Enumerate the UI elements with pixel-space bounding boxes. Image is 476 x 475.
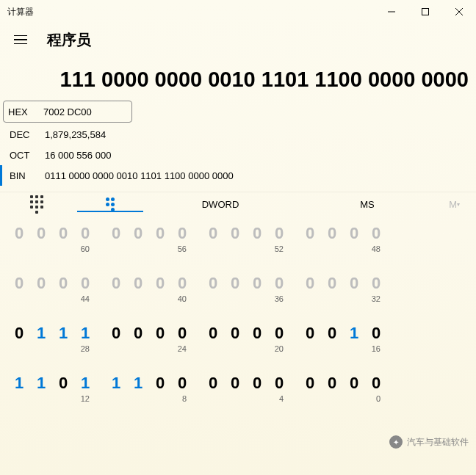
bit-toggle[interactable]: 0: [272, 324, 286, 343]
bit-toggle[interactable]: 0: [131, 324, 145, 343]
bit-toggle[interactable]: 0: [109, 324, 123, 343]
nibble-index-label: 40: [178, 294, 190, 303]
bit-toggle[interactable]: 0: [206, 274, 220, 293]
bit-toggle[interactable]: 0: [303, 324, 317, 343]
maximize-button[interactable]: [408, 0, 442, 23]
bit-toggle[interactable]: 0: [12, 224, 26, 243]
bit-toggle[interactable]: 0: [250, 324, 264, 343]
radix-hex-value: 7002 DC00: [43, 106, 92, 117]
radix-bin[interactable]: BIN 0111 0000 0000 0010 1101 1100 0000 0…: [0, 165, 476, 186]
bit-toggle[interactable]: 0: [272, 274, 286, 293]
nibble-index-label: 16: [372, 344, 383, 353]
bit-toggle[interactable]: 1: [78, 374, 93, 393]
bit-toggle[interactable]: 0: [175, 274, 190, 293]
bit-toggle[interactable]: 0: [56, 374, 71, 393]
radix-hex[interactable]: HEX 7002 DC00: [3, 101, 132, 123]
bit-toggle[interactable]: 0: [228, 274, 242, 293]
bit-nibble: 000048: [303, 224, 383, 253]
bit-toggle[interactable]: 0: [325, 224, 339, 243]
radix-oct[interactable]: OCT 16 000 556 000: [0, 145, 476, 165]
bit-toggle[interactable]: 0: [228, 324, 242, 343]
bit-nibble: 000040: [109, 274, 190, 303]
bit-toggle[interactable]: 0: [34, 274, 48, 293]
bit-toggle[interactable]: 0: [56, 274, 71, 293]
bit-toggle[interactable]: 0: [175, 374, 190, 393]
tab-word-size[interactable]: DWORD: [147, 199, 294, 210]
bit-toggle[interactable]: 0: [12, 324, 26, 343]
mode-title: 程序员: [47, 30, 91, 50]
bit-toggle[interactable]: 1: [109, 374, 123, 393]
bit-toggle[interactable]: 0: [369, 274, 383, 293]
bit-toggle[interactable]: 1: [78, 324, 93, 343]
bit-toggle[interactable]: 0: [369, 324, 383, 343]
bit-nibble: 00000: [303, 374, 383, 403]
tab-keypad[interactable]: [0, 195, 73, 214]
bit-toggle[interactable]: 0: [347, 224, 361, 243]
menu-icon[interactable]: [6, 26, 35, 53]
bit-toggle[interactable]: 0: [369, 374, 383, 393]
bit-toggle[interactable]: 1: [34, 324, 48, 343]
bit-toggle[interactable]: 0: [109, 274, 123, 293]
bit-toggle[interactable]: 0: [56, 224, 71, 243]
bit-toggle[interactable]: 0: [153, 374, 167, 393]
radix-oct-value: 16 000 556 000: [45, 150, 111, 161]
radix-list: HEX 7002 DC00 DEC 1,879,235,584 OCT 16 0…: [0, 101, 476, 192]
bit-toggle[interactable]: 0: [250, 374, 264, 393]
bit-toggle[interactable]: 0: [34, 224, 48, 243]
bit-toggle[interactable]: 0: [325, 374, 339, 393]
bit-toggle[interactable]: 0: [109, 224, 123, 243]
tab-memory-store[interactable]: MS: [294, 199, 441, 210]
bit-toggle[interactable]: 0: [325, 324, 339, 343]
bit-toggle[interactable]: 0: [131, 224, 145, 243]
bit-toggle[interactable]: 0: [78, 274, 93, 293]
bit-toggle[interactable]: 0: [325, 274, 339, 293]
bit-toggle[interactable]: 0: [303, 374, 317, 393]
bit-nibble: 110112: [12, 374, 93, 403]
bit-grid: 0000600000560000520000480000440000400000…: [0, 217, 476, 403]
bit-toggle[interactable]: 0: [175, 324, 190, 343]
bit-toggle[interactable]: 1: [131, 374, 145, 393]
bit-toggle[interactable]: 0: [12, 274, 26, 293]
bit-toggle[interactable]: 0: [303, 224, 317, 243]
bit-toggle[interactable]: 0: [131, 274, 145, 293]
bit-toggle[interactable]: 0: [250, 274, 264, 293]
bit-toggle[interactable]: 1: [12, 374, 26, 393]
bit-nibble: 000032: [303, 274, 383, 303]
radix-dec[interactable]: DEC 1,879,235,584: [0, 124, 476, 145]
tab-ms-label: MS: [360, 199, 375, 210]
minimize-button[interactable]: [375, 0, 408, 23]
nibble-index-label: 44: [81, 294, 93, 303]
bit-nibble: 000044: [12, 274, 93, 303]
bit-toggle[interactable]: 0: [206, 224, 220, 243]
bit-toggle[interactable]: 0: [206, 374, 220, 393]
bit-toggle[interactable]: 0: [369, 224, 383, 243]
bit-toggle[interactable]: 0: [175, 224, 190, 243]
tab-m-label: M: [449, 199, 457, 210]
watermark-text: 汽车与基础软件: [407, 436, 469, 449]
window-controls: [375, 0, 476, 23]
bit-toggle[interactable]: 1: [34, 374, 48, 393]
chevron-down-icon: ▾: [457, 201, 460, 208]
bit-toggle[interactable]: 0: [153, 274, 167, 293]
watermark: ✦ 汽车与基础软件: [389, 435, 469, 449]
radix-hex-label: HEX: [8, 106, 43, 117]
keypad-icon: [30, 195, 43, 214]
bit-toggle[interactable]: 0: [228, 374, 242, 393]
bit-toggle[interactable]: 0: [347, 274, 361, 293]
tab-memory[interactable]: M▾: [441, 199, 476, 210]
bit-toggle[interactable]: 0: [272, 224, 286, 243]
tab-bit-toggle[interactable]: [73, 197, 147, 211]
bit-toggle[interactable]: 0: [250, 224, 264, 243]
bit-toggle[interactable]: 0: [206, 324, 220, 343]
bit-toggle[interactable]: 1: [347, 324, 361, 343]
bit-nibble: 000020: [206, 324, 286, 353]
bit-toggle[interactable]: 0: [228, 224, 242, 243]
bit-toggle[interactable]: 0: [153, 324, 167, 343]
bit-toggle[interactable]: 0: [78, 224, 93, 243]
close-button[interactable]: [442, 0, 476, 23]
bit-toggle[interactable]: 0: [153, 224, 167, 243]
bit-toggle[interactable]: 0: [303, 274, 317, 293]
bit-toggle[interactable]: 1: [56, 324, 71, 343]
bit-toggle[interactable]: 0: [272, 374, 286, 393]
bit-toggle[interactable]: 0: [347, 374, 361, 393]
